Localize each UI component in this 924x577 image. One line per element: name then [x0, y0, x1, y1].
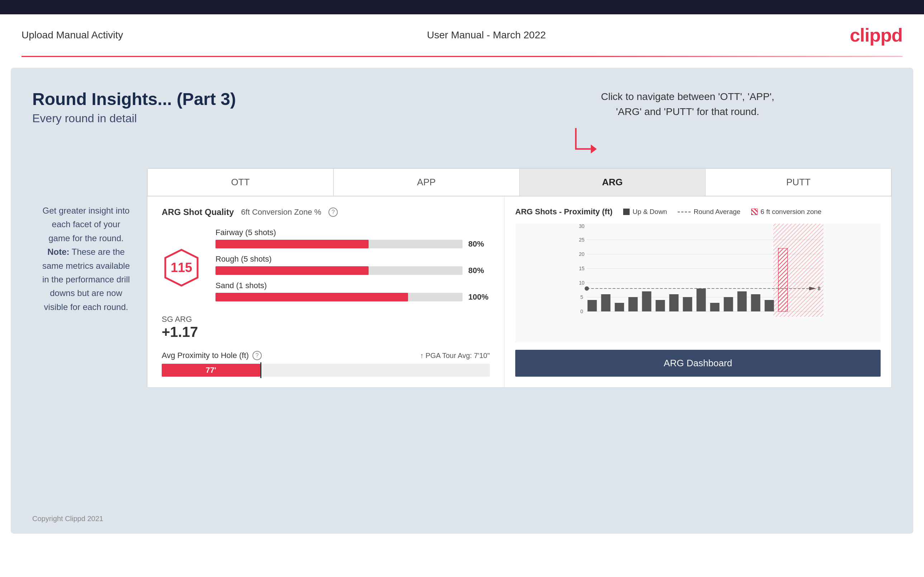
svg-rect-31	[724, 297, 733, 311]
sg-value: +1.17	[162, 324, 490, 340]
sand-label: Sand (1 shots)	[215, 281, 490, 290]
header-divider	[21, 56, 903, 57]
nav-arrow-icon	[570, 125, 599, 162]
tab-arg[interactable]: ARG	[520, 168, 706, 196]
sg-label: SG ARG	[162, 315, 490, 324]
svg-rect-34	[765, 300, 774, 311]
svg-point-16	[585, 286, 589, 291]
arg-dashboard-button[interactable]: ARG Dashboard	[515, 350, 880, 377]
sand-bar-track	[215, 293, 462, 301]
card-body: ARG Shot Quality 6ft Conversion Zone % ?…	[147, 197, 892, 387]
sand-bar-fill-pink	[215, 293, 408, 301]
svg-rect-35	[779, 248, 788, 311]
svg-text:25: 25	[579, 237, 585, 243]
pga-avg: ↑ PGA Tour Avg: 7'10"	[420, 351, 490, 360]
legend-round-avg: Round Average	[678, 208, 740, 216]
help-icon[interactable]: ?	[328, 208, 338, 217]
legend-square-icon	[623, 209, 630, 215]
proximity-header: Avg Proximity to Hole (ft) ? ↑ PGA Tour …	[162, 351, 490, 360]
main-content: Round Insights... (Part 3) Every round i…	[11, 68, 913, 533]
clippd-logo: clippd	[850, 24, 903, 46]
tab-bar: OTT APP ARG PUTT	[147, 168, 892, 197]
svg-rect-33	[751, 294, 761, 311]
hex-badge: 115	[162, 248, 201, 287]
svg-text:15: 15	[579, 266, 585, 271]
svg-rect-25	[642, 292, 651, 311]
svg-text:0: 0	[580, 309, 583, 314]
chart-header: ARG Shots - Proximity (ft) Up & Down Rou…	[515, 207, 880, 216]
conversion-zone-label: 6ft Conversion Zone %	[241, 208, 321, 217]
legend-hatch-icon	[751, 209, 758, 215]
svg-rect-32	[738, 292, 747, 311]
svg-rect-22	[601, 294, 611, 311]
rough-bar-fill-pink	[215, 266, 368, 275]
copyright-text: Copyright Clippd 2021	[32, 515, 103, 522]
svg-text:10: 10	[579, 280, 585, 285]
legend-up-down: Up & Down	[623, 208, 667, 216]
footer: Copyright Clippd 2021	[32, 515, 103, 523]
nav-hint: Click to navigate between 'OTT', 'APP','…	[462, 89, 914, 119]
sg-section: SG ARG +1.17	[162, 315, 490, 340]
proximity-bar-fill: 77'	[162, 364, 260, 377]
fairway-pct: 80%	[468, 239, 490, 249]
sand-bar: 100%	[215, 292, 490, 302]
sand-shot-row: Sand (1 shots) 100%	[215, 281, 490, 302]
fairway-bar: 80%	[215, 239, 490, 249]
hex-value: 115	[171, 260, 192, 275]
svg-rect-30	[710, 303, 720, 311]
proximity-label: Avg Proximity to Hole (ft)	[162, 351, 249, 360]
right-panel: ARG Shots - Proximity (ft) Up & Down Rou…	[504, 197, 892, 387]
svg-rect-23	[615, 303, 624, 311]
fairway-bar-track	[215, 240, 462, 248]
svg-text:20: 20	[579, 251, 585, 257]
rough-pct: 80%	[468, 266, 490, 275]
fairway-bar-fill-pink	[215, 240, 368, 248]
manual-date-label: User Manual - March 2022	[427, 29, 546, 41]
sand-pct: 100%	[468, 292, 490, 302]
tab-putt[interactable]: PUTT	[705, 168, 892, 196]
card-container: OTT APP ARG PUTT ARG Shot Quality 6ft Co…	[147, 168, 892, 388]
header: Upload Manual Activity User Manual - Mar…	[0, 15, 924, 56]
chart-area: 0 5 10 15 20 25 30	[515, 224, 880, 343]
svg-text:5: 5	[580, 294, 583, 300]
shot-quality-list: Fairway (5 shots) 80% Rough (5	[215, 228, 490, 308]
svg-rect-28	[683, 297, 692, 311]
svg-rect-21	[588, 300, 597, 311]
legend-conversion-zone: 6 ft conversion zone	[751, 208, 821, 216]
rough-bar: 80%	[215, 266, 490, 275]
fairway-label: Fairway (5 shots)	[215, 228, 490, 237]
fairway-shot-row: Fairway (5 shots) 80%	[215, 228, 490, 249]
proximity-cursor	[260, 362, 262, 378]
left-description: Get greater insight into each facet of y…	[32, 204, 140, 314]
svg-rect-29	[697, 288, 706, 311]
rough-label: Rough (5 shots)	[215, 255, 490, 264]
proximity-help-icon[interactable]: ?	[252, 351, 262, 360]
chart-title: ARG Shots - Proximity (ft)	[515, 207, 612, 216]
svg-marker-0	[591, 144, 597, 153]
upload-manual-label: Upload Manual Activity	[21, 29, 123, 41]
hex-shots-container: 115 Fairway (5 shots) 80	[162, 228, 490, 308]
legend-dashed-icon	[678, 211, 691, 213]
tab-ott[interactable]: OTT	[147, 168, 333, 196]
svg-text:30: 30	[579, 224, 585, 229]
proximity-section: Avg Proximity to Hole (ft) ? ↑ PGA Tour …	[162, 351, 490, 377]
rough-bar-track	[215, 266, 462, 275]
svg-rect-27	[669, 294, 679, 311]
proximity-bar-track: 77'	[162, 364, 490, 377]
svg-rect-26	[656, 300, 665, 311]
top-bar	[0, 0, 924, 15]
tab-app[interactable]: APP	[333, 168, 520, 196]
rough-shot-row: Rough (5 shots) 80%	[215, 255, 490, 275]
shot-quality-title: ARG Shot Quality	[162, 207, 234, 217]
arg-chart-svg: 0 5 10 15 20 25 30	[515, 224, 880, 317]
panel-header: ARG Shot Quality 6ft Conversion Zone % ?	[162, 207, 490, 217]
svg-rect-24	[628, 297, 638, 311]
left-panel: ARG Shot Quality 6ft Conversion Zone % ?…	[147, 197, 504, 387]
